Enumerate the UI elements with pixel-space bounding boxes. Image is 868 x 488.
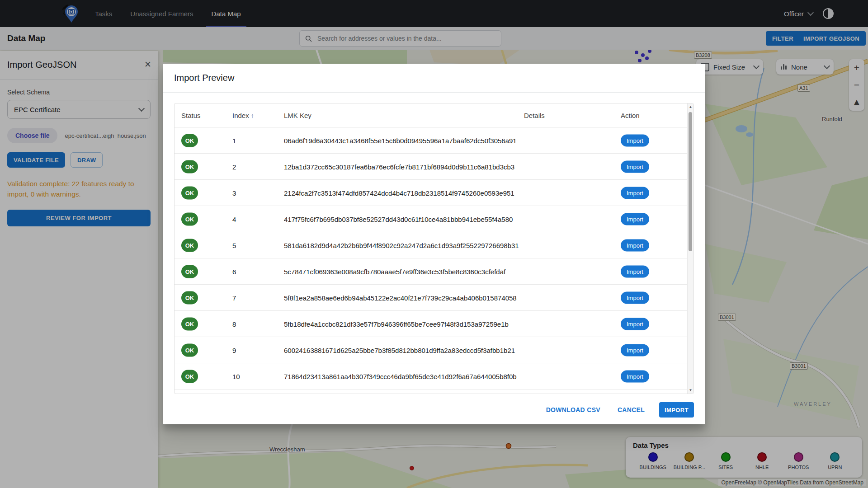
lmk-key: 5c78471cf069363e008a9cfb780aaae5f7e9ff36… (284, 267, 505, 275)
row-index: 3 (232, 189, 236, 197)
col-lmk-key: LMK Key (284, 112, 311, 119)
lmk-key: 12ba1d372cc65c30187fea6ba76ec6fcfe7b8171… (284, 163, 514, 170)
table-scrollbar[interactable]: ▲ ▼ (687, 103, 693, 394)
import-preview-modal: Import Preview Status Index↑ LMK Key Det… (163, 64, 705, 424)
lmk-key: 5fb18dfe4a1ccbc821df33e57f7b946396ff65be… (284, 320, 509, 328)
table-row: OK212ba1d372cc65c30187fea6ba76ec6fcfe7b8… (175, 154, 693, 180)
cancel-button[interactable]: CANCEL (615, 406, 647, 414)
table-row: OK4417f75fc6f7b695db037bf8e52527dd43d0c6… (175, 206, 693, 232)
sort-ascending-icon: ↑ (251, 112, 254, 119)
table-row: OK5581da6182d9d4a42b2b6b9f44f8902c92a247… (175, 232, 693, 258)
table-row: OK32124fca2f7c3513f474dfd857424dcd4b4c71… (175, 180, 693, 206)
status-badge: OK (181, 370, 198, 383)
lmk-key: 2124fca2f7c3513f474dfd857424dcd4b4c718db… (284, 189, 514, 197)
row-import-button[interactable]: Import (621, 160, 649, 173)
status-badge: OK (181, 134, 198, 147)
divider (163, 92, 705, 93)
row-import-button[interactable]: Import (621, 370, 649, 382)
status-badge: OK (181, 239, 198, 252)
row-import-button[interactable]: Import (621, 344, 649, 356)
col-index[interactable]: Index↑ (232, 112, 254, 119)
row-import-button[interactable]: Import (621, 291, 649, 304)
row-index: 5 (232, 241, 236, 249)
table-row: OK960024163881671d625a25bbe7b3f85d812bb8… (175, 337, 693, 363)
status-badge: OK (181, 291, 198, 304)
status-badge: OK (181, 265, 198, 278)
table-row: OK75f8f1ea2a858ae6ed6b94ab45122e2ac40f21… (175, 285, 693, 311)
lmk-key: 581da6182d9d4a42b2b6b9f44f8902c92a247d2a… (284, 241, 519, 249)
modal-title: Import Preview (174, 73, 234, 83)
status-badge: OK (181, 212, 198, 225)
row-index: 7 (232, 294, 236, 301)
row-import-button[interactable]: Import (621, 134, 649, 146)
modal-footer: DOWNLOAD CSV CANCEL IMPORT (163, 395, 705, 424)
row-index: 6 (232, 267, 236, 275)
row-import-button[interactable]: Import (621, 318, 649, 330)
row-import-button[interactable]: Import (621, 239, 649, 251)
row-import-button[interactable]: Import (621, 213, 649, 225)
row-index: 9 (232, 346, 236, 354)
table-row: OKImport (175, 389, 693, 394)
table-row: OK85fb18dfe4a1ccbc821df33e57f7b946396ff6… (175, 311, 693, 337)
preview-table-body: OK106ad6f19d6a30443c1a3468f55e15c6b0d094… (175, 127, 693, 394)
row-import-button[interactable]: Import (621, 265, 649, 277)
scrollbar-thumb[interactable] (689, 112, 692, 251)
row-index: 4 (232, 215, 236, 223)
row-import-button[interactable]: Import (621, 187, 649, 199)
table-header-row: Status Index↑ LMK Key Details Action (175, 103, 693, 127)
app-root: B3208 A31 B3001 B3001 Runfold Wrecclesha… (0, 0, 868, 488)
scroll-down-icon[interactable]: ▼ (688, 388, 693, 392)
status-badge: OK (181, 343, 198, 357)
table-row: OK65c78471cf069363e008a9cfb780aaae5f7e9f… (175, 258, 693, 285)
lmk-key: 417f75fc6f7b695db037bf8e52527dd43d0c61f1… (284, 215, 513, 223)
status-badge: OK (181, 317, 198, 330)
scroll-up-icon[interactable]: ▲ (688, 105, 693, 109)
preview-table: Status Index↑ LMK Key Details Action OK1… (174, 103, 694, 394)
col-status: Status (181, 112, 201, 119)
row-index: 2 (232, 163, 236, 170)
status-badge: OK (181, 160, 198, 173)
row-index: 8 (232, 320, 236, 328)
lmk-key: 06ad6f19d6a30443c1a3468f55e15c6b0d094955… (284, 136, 517, 144)
import-button[interactable]: IMPORT (659, 402, 694, 418)
row-index: 1 (232, 136, 236, 144)
status-badge: OK (181, 186, 198, 199)
download-csv-button[interactable]: DOWNLOAD CSV (543, 406, 603, 414)
lmk-key: 71864d23413a861aa4b307f349ccc46da9bf65de… (284, 372, 517, 380)
row-index: 10 (232, 372, 240, 380)
table-row: OK1071864d23413a861aa4b307f349ccc46da9bf… (175, 363, 693, 389)
lmk-key: 5f8f1ea2a858ae6ed6b94ab45122e2ac40f21e7f… (284, 294, 517, 301)
table-row: OK106ad6f19d6a30443c1a3468f55e15c6b0d094… (175, 127, 693, 154)
col-details: Details (524, 112, 545, 119)
col-action: Action (621, 112, 640, 119)
lmk-key: 60024163881671d625a25bbe7b3f85d812bb801d… (284, 346, 515, 354)
